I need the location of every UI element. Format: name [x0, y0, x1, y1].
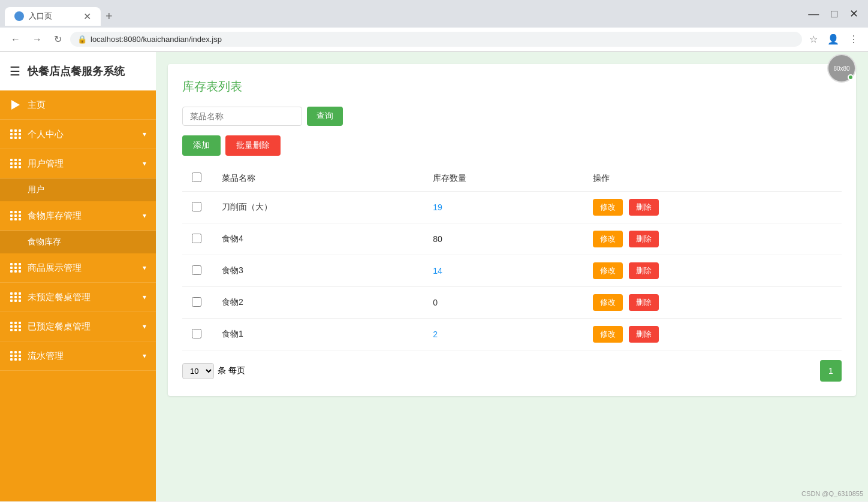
app-title: 快餐店点餐服务系统	[28, 64, 125, 78]
sidebar-item-food-inventory[interactable]: 食物库存管理 ▾	[0, 201, 156, 231]
row-checkbox-0[interactable]	[192, 202, 201, 211]
row-actions-4: 修改 删除	[583, 319, 842, 350]
sidebar-label-profile: 个人中心	[28, 129, 143, 140]
watermark-text: CSDN @Q_6310855	[801, 490, 863, 497]
row-name-2: 食物3	[212, 255, 423, 287]
sidebar-label-food-sub: 食物库存	[28, 237, 61, 246]
chevron-down-icon-user: ▾	[143, 159, 146, 168]
page-1-button[interactable]: 1	[820, 360, 842, 382]
lock-icon: 🔒	[77, 35, 87, 44]
row-name-3: 食物2	[212, 287, 423, 319]
minimize-button[interactable]: —	[803, 5, 824, 23]
row-qty-3: 0	[423, 287, 583, 319]
sidebar-item-user-mgmt[interactable]: 用户管理 ▾	[0, 149, 156, 179]
refresh-button[interactable]: ↻	[50, 31, 65, 47]
back-button[interactable]: ←	[7, 32, 24, 47]
sidebar-item-flow[interactable]: 流水管理 ▾	[0, 341, 156, 371]
flag-icon	[10, 99, 22, 111]
grid-icon-product	[10, 262, 22, 274]
bookmark-button[interactable]: ☆	[807, 31, 820, 47]
sidebar-item-reserved[interactable]: 已预定餐桌管理 ▾	[0, 312, 156, 341]
new-tab-button[interactable]: +	[101, 7, 117, 26]
sidebar-item-user-sub[interactable]: 用户	[0, 179, 156, 201]
edit-button-0[interactable]: 修改	[593, 199, 623, 216]
grid-icon-reserved	[10, 320, 22, 332]
sidebar-item-product-display[interactable]: 商品展示管理 ▾	[0, 253, 156, 283]
edit-button-2[interactable]: 修改	[593, 262, 623, 279]
sidebar-label-user-mgmt: 用户管理	[28, 158, 143, 170]
grid-icon-food	[10, 210, 22, 222]
sidebar-item-profile[interactable]: 个人中心 ▾	[0, 120, 156, 149]
avatar-container: 80x80	[827, 54, 856, 83]
grid-icon-unreserved	[10, 291, 22, 303]
batch-delete-button[interactable]: 批量删除	[225, 135, 281, 156]
delete-button-1[interactable]: 删除	[629, 231, 659, 247]
add-button[interactable]: 添加	[182, 135, 221, 156]
delete-button-0[interactable]: 删除	[629, 199, 659, 216]
close-button[interactable]: ✕	[845, 5, 863, 23]
sidebar-item-home[interactable]: 主页	[0, 90, 156, 120]
search-button[interactable]: 查询	[307, 107, 343, 126]
qty-link-0[interactable]: 19	[433, 202, 442, 212]
url-input[interactable]: localhost:8080/kuaichandian/index.jsp	[91, 35, 795, 44]
pagination-bar: 10 20 50 条 每页 1	[182, 360, 842, 382]
row-qty-1: 80	[423, 223, 583, 255]
action-bar: 添加 批量删除	[182, 135, 842, 156]
sidebar-label-reserved: 已预定餐桌管理	[28, 321, 143, 332]
avatar[interactable]: 80x80	[827, 54, 856, 83]
row-checkbox-cell	[182, 223, 212, 255]
select-all-checkbox[interactable]	[192, 173, 201, 182]
row-checkbox-4[interactable]	[192, 329, 201, 338]
qty-link-4[interactable]: 2	[433, 329, 438, 339]
table-row: 刀削面（大） 19 修改 删除	[182, 192, 842, 223]
chevron-down-icon-reserved: ▾	[143, 322, 146, 331]
page-size-select[interactable]: 10 20 50	[182, 363, 214, 379]
edit-button-3[interactable]: 修改	[593, 294, 623, 311]
browser-tab-active[interactable]: 入口页 ✕	[5, 7, 101, 26]
maximize-button[interactable]: □	[826, 5, 842, 23]
menu-button[interactable]: ⋮	[846, 31, 861, 47]
row-qty-2: 14	[423, 255, 583, 287]
row-qty-0: 19	[423, 192, 583, 223]
footer-watermark: CSDN @Q_6310855	[801, 490, 863, 497]
qty-link-2[interactable]: 14	[433, 266, 442, 276]
row-actions-1: 修改 删除	[583, 223, 842, 255]
delete-button-4[interactable]: 删除	[629, 326, 659, 343]
row-checkbox-cell	[182, 287, 212, 319]
tab-close-btn[interactable]: ✕	[83, 11, 91, 22]
row-checkbox-cell	[182, 192, 212, 223]
sidebar-label-product-display: 商品展示管理	[28, 262, 143, 274]
address-bar[interactable]: 🔒 localhost:8080/kuaichandian/index.jsp	[70, 32, 802, 47]
delete-button-3[interactable]: 删除	[629, 294, 659, 311]
row-actions-2: 修改 删除	[583, 255, 842, 287]
main-content: 库存表列表 查询 添加 批量删除 菜品名称 库	[156, 52, 868, 501]
content-card: 库存表列表 查询 添加 批量删除 菜品名称 库	[168, 64, 856, 396]
row-actions-3: 修改 删除	[583, 287, 842, 319]
row-checkbox-1[interactable]	[192, 234, 201, 243]
search-input[interactable]	[182, 107, 302, 126]
sidebar-item-unreserved[interactable]: 未预定餐桌管理 ▾	[0, 283, 156, 312]
table-header-qty: 库存数量	[423, 165, 583, 192]
grid-icon-flow	[10, 350, 22, 362]
avatar-label: 80x80	[833, 65, 849, 72]
row-name-4: 食物1	[212, 319, 423, 350]
browser-toolbar: ← → ↻ 🔒 localhost:8080/kuaichandian/inde…	[0, 28, 868, 52]
hamburger-button[interactable]: ☰	[10, 64, 20, 78]
forward-button[interactable]: →	[29, 32, 46, 47]
row-qty-4: 2	[423, 319, 583, 350]
account-button[interactable]: 👤	[825, 31, 842, 47]
sidebar-item-food-sub[interactable]: 食物库存	[0, 231, 156, 253]
row-actions-0: 修改 删除	[583, 192, 842, 223]
sidebar-label-food-inventory: 食物库存管理	[28, 210, 143, 222]
row-checkbox-3[interactable]	[192, 297, 201, 307]
delete-button-2[interactable]: 删除	[629, 262, 659, 279]
edit-button-4[interactable]: 修改	[593, 326, 623, 343]
sidebar-label-unreserved: 未预定餐桌管理	[28, 292, 143, 303]
tab-title: 入口页	[29, 11, 52, 22]
table-row: 食物2 0 修改 删除	[182, 287, 842, 319]
edit-button-1[interactable]: 修改	[593, 231, 623, 247]
chevron-down-icon-profile: ▾	[143, 130, 146, 138]
search-bar: 查询	[182, 107, 842, 126]
row-checkbox-2[interactable]	[192, 265, 201, 275]
sidebar-label-home: 主页	[28, 99, 146, 111]
